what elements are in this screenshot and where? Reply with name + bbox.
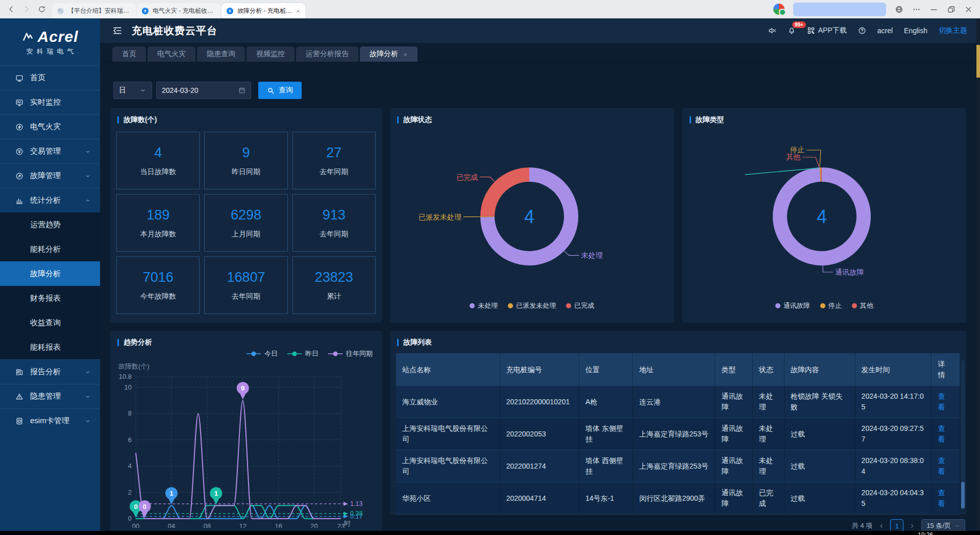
- svg-text:2: 2: [128, 489, 132, 496]
- sidebar-subitem-2[interactable]: 故障分析: [0, 261, 100, 286]
- nav-tab-1[interactable]: 电气火灾: [148, 46, 195, 62]
- donut-label: 通讯故障: [835, 268, 864, 276]
- table-row: 华苑小区202000471414号东-1闵行区北翟路2900弄通讯故障已完成过载…: [396, 482, 960, 515]
- globe-icon[interactable]: [895, 5, 903, 14]
- query-button[interactable]: 查询: [258, 82, 302, 99]
- page-size-select[interactable]: 15 条/页: [921, 519, 965, 531]
- nav-tab-2[interactable]: 隐患查询: [197, 46, 245, 62]
- sidebar-subitem-4[interactable]: 收益查询: [0, 310, 100, 335]
- dots-icon: [912, 5, 921, 14]
- browser-tab-3[interactable]: 故障分析 - 充电桩收费云平台: [222, 3, 305, 18]
- sidebar-item-realtime-monitor[interactable]: 实时监控: [0, 90, 100, 114]
- table-cell: 上海嘉定育绿路253号: [633, 418, 715, 450]
- hazard-icon: [15, 393, 23, 401]
- panel-title: 故障状态: [390, 108, 674, 125]
- table-scrollbar[interactable]: [961, 360, 965, 508]
- table-cell: 华苑小区: [396, 482, 500, 515]
- help-button[interactable]: [858, 27, 866, 35]
- sidebar-item-home[interactable]: 首页: [0, 65, 100, 90]
- browser-menu-button[interactable]: [912, 5, 921, 14]
- page-scrollbar[interactable]: [976, 18, 980, 531]
- prev-page-button[interactable]: [878, 523, 885, 529]
- panel-title: 故障列表: [390, 331, 966, 347]
- nav-tab-4[interactable]: 运营分析报告: [296, 46, 358, 62]
- stats-icon: [15, 197, 23, 205]
- legend-item[interactable]: 其他: [852, 301, 873, 310]
- wrench-icon: [15, 172, 23, 180]
- date-input[interactable]: 2024-03-20: [156, 82, 251, 99]
- legend-item[interactable]: 已完成: [566, 301, 594, 310]
- sidebar-item-report-analysis[interactable]: 报告分析: [0, 359, 100, 384]
- sidebar-collapse-button[interactable]: [112, 26, 122, 36]
- mute-button[interactable]: [768, 27, 776, 35]
- page-scrollbar-thumb[interactable]: [976, 45, 980, 78]
- sidebar-subitem-0[interactable]: 运营趋势: [0, 212, 100, 237]
- sidebar-item-fault-mgmt[interactable]: 故障管理: [0, 163, 100, 188]
- chevDown-icon: [85, 173, 91, 179]
- nav-tab-0[interactable]: 首页: [112, 46, 146, 62]
- sidebar-subitem-1[interactable]: 能耗分析: [0, 237, 100, 261]
- trend-legend-item-0[interactable]: 今日: [246, 349, 278, 358]
- next-page-button[interactable]: [909, 523, 916, 529]
- table-cell: 连云港: [633, 386, 715, 418]
- sidebar-item-esim-mgmt[interactable]: esim卡管理: [0, 408, 100, 433]
- y-axis-label: 故障数(个): [118, 362, 150, 370]
- stat-label: 去年同期: [320, 167, 348, 177]
- browser-back-button[interactable]: [7, 5, 15, 13]
- browser-forward-button[interactable]: [22, 5, 31, 13]
- browser-tab-1[interactable]: 【平台介绍】安科瑞AcrelCloud-9: [52, 3, 136, 18]
- legend-dot-icon: [470, 303, 475, 308]
- current-page[interactable]: 1: [890, 519, 903, 531]
- nav-tab-close-button[interactable]: [403, 50, 408, 58]
- legend-item[interactable]: 停止: [820, 301, 842, 310]
- app-download-button[interactable]: APP下载: [807, 26, 847, 35]
- trend-line-chart: 00040812162023024681010.8故障数(个)时0.170.38…: [116, 361, 376, 528]
- notifications-button[interactable]: 99+: [788, 27, 796, 35]
- pagination-total: 共 4 项: [852, 521, 872, 530]
- nav-tab-3[interactable]: 视频监控: [247, 46, 295, 62]
- window-close-button[interactable]: [964, 5, 973, 14]
- window-minimize-button[interactable]: [929, 5, 938, 14]
- panel-fault-type: 故障类型 4通讯故障停止其他 通讯故障停止其他: [682, 108, 967, 323]
- sidebar-item-transaction-mgmt[interactable]: 交易管理: [0, 139, 100, 163]
- title-bar-icon: [117, 116, 119, 124]
- browser-tab-2[interactable]: 电气火灾 - 充电桩收费云平台: [137, 3, 220, 18]
- stat-box: 9昨日同期: [204, 132, 287, 189]
- browser-reload-button[interactable]: [38, 5, 46, 13]
- pagination: 共 4 项 1 15 条/页: [390, 519, 966, 531]
- nav-tab-5[interactable]: 故障分析: [360, 46, 418, 62]
- legend-line-icon: [328, 351, 343, 356]
- tab-close-button[interactable]: [296, 7, 301, 14]
- donut-slice[interactable]: [480, 167, 529, 216]
- view-detail-link[interactable]: 查看: [938, 455, 945, 477]
- browser-profile-icon[interactable]: [773, 4, 785, 15]
- chevUp-icon: [85, 198, 91, 204]
- nav-tab-label: 视频监控: [256, 50, 285, 59]
- window-restore-button[interactable]: [947, 5, 955, 14]
- chart-legend: 今日昨日往年同期: [246, 349, 373, 358]
- view-detail-link[interactable]: 查看: [938, 391, 945, 412]
- trend-legend-item-1[interactable]: 昨日: [287, 349, 318, 358]
- view-detail-link[interactable]: 查看: [938, 423, 945, 445]
- period-select[interactable]: 日: [113, 82, 152, 99]
- fault-status-donut-chart: 4未处理已派发未处理已完成: [402, 129, 662, 297]
- legend-item[interactable]: 未处理: [470, 301, 498, 310]
- legend-item[interactable]: 已派发未处理: [508, 301, 556, 310]
- browser-profile-pill[interactable]: [793, 3, 886, 16]
- logo-text: Acrel: [37, 28, 78, 45]
- table-header-7: 发生时间: [855, 353, 932, 386]
- sidebar-subitem-3[interactable]: 财务报表: [0, 286, 100, 310]
- stat-value: 7016: [143, 270, 174, 285]
- table-scrollbar-thumb[interactable]: [961, 482, 965, 508]
- theme-switch-link[interactable]: 切换主题: [939, 26, 967, 35]
- language-switch[interactable]: English: [904, 27, 927, 35]
- sidebar-item-hazard-mgmt[interactable]: 隐患管理: [0, 384, 100, 408]
- username[interactable]: acrel: [877, 27, 893, 35]
- trend-legend-item-2[interactable]: 往年同期: [328, 349, 373, 358]
- sidebar-subitem-5[interactable]: 能耗报表: [0, 335, 100, 359]
- sidebar-item-statistics[interactable]: 统计分析: [0, 188, 100, 212]
- view-detail-link[interactable]: 查看: [938, 488, 945, 509]
- title-bar-icon: [397, 116, 399, 124]
- legend-item[interactable]: 通讯故障: [775, 301, 810, 310]
- sidebar-item-electrical-fire[interactable]: 电气火灾: [0, 114, 100, 139]
